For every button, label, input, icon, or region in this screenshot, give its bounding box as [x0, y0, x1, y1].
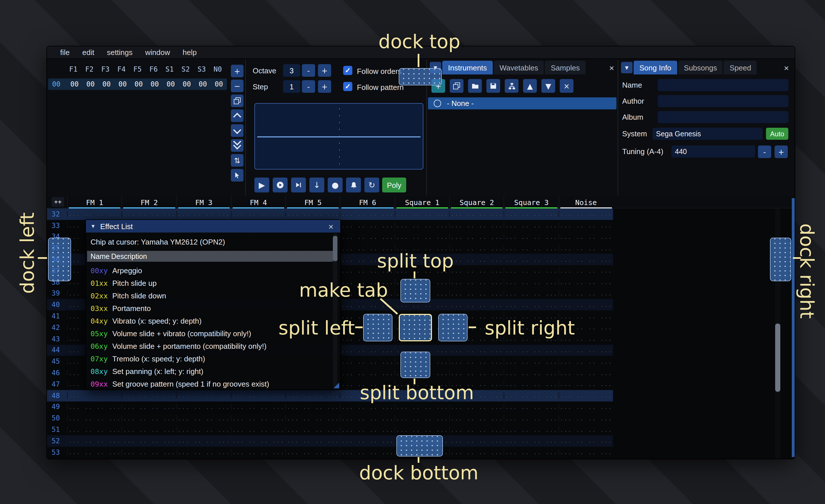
order-cell[interactable]: 00 — [195, 80, 211, 88]
pattern-cell[interactable]: ... .. .. ... — [558, 245, 613, 251]
poly-button[interactable]: Poly — [382, 178, 406, 192]
menu-item-file[interactable]: file — [55, 48, 75, 57]
pattern-cell[interactable]: ... .. .. ... — [504, 222, 558, 229]
split-target-bottom[interactable] — [400, 352, 430, 378]
pattern-cell[interactable]: ... .. .. ... — [558, 268, 613, 274]
pattern-cell[interactable]: ... .. .. ... — [449, 358, 504, 365]
step-increase-button[interactable]: + — [318, 80, 331, 93]
effect-row[interactable]: 01xxPitch slide up — [87, 277, 333, 289]
pattern-cell[interactable]: ... .. .. ... — [395, 302, 449, 308]
dock-target-right[interactable] — [770, 238, 791, 281]
pattern-cell[interactable]: ... .. .. ... — [122, 392, 176, 399]
pattern-cell[interactable]: ... .. .. ... — [340, 404, 395, 410]
pattern-cell[interactable]: ... .. .. ... — [285, 415, 340, 421]
pattern-cell[interactable]: ... .. .. ... — [67, 426, 122, 433]
pattern-cell[interactable]: ... .. .. ... — [340, 370, 395, 376]
pattern-cell[interactable]: ... .. .. ... — [176, 449, 231, 455]
pattern-cell[interactable]: ... .. .. ... — [122, 449, 176, 455]
pattern-cell[interactable]: ... .. .. ... — [449, 415, 504, 421]
pattern-cell[interactable]: ... .. .. ... — [176, 211, 231, 217]
split-target-top[interactable] — [400, 279, 430, 303]
pattern-cell[interactable]: ... .. .. ... — [558, 222, 613, 229]
pattern-cell[interactable]: ... .. .. ... — [340, 415, 395, 421]
system-field[interactable] — [653, 128, 762, 140]
pattern-cell[interactable]: ... .. .. ... — [449, 234, 504, 240]
octave-value[interactable]: 3 — [283, 64, 300, 77]
pattern-cell[interactable]: ... .. .. ... — [558, 404, 613, 410]
follow-pattern-checkbox[interactable] — [343, 82, 352, 91]
effect-row[interactable]: 00xyArpeggio — [87, 264, 333, 277]
pattern-cell[interactable]: ... .. .. ... — [558, 290, 613, 297]
pattern-cell[interactable]: ... .. .. ... — [231, 404, 286, 410]
pattern-cell[interactable]: ... .. .. ... — [558, 211, 613, 217]
channel-header-fm-3[interactable]: FM 3 — [176, 196, 231, 208]
order-cell[interactable]: 00 — [98, 80, 115, 88]
pattern-cell[interactable]: ... .. .. ... — [285, 392, 340, 399]
orders-edit-cursor-button[interactable] — [231, 169, 243, 182]
orders-move-up-button[interactable] — [231, 109, 243, 122]
channel-header-fm-1[interactable]: FM 1 — [67, 196, 122, 208]
metronome-button[interactable] — [346, 178, 361, 192]
effect-row[interactable]: 07xyTremolo (x: speed; y: depth) — [87, 352, 333, 365]
pattern-cell[interactable]: ... .. .. ... — [558, 358, 613, 365]
repeat-button[interactable]: ↻ — [364, 178, 379, 192]
pattern-cell[interactable]: ... .. .. ... — [67, 415, 122, 421]
play-pattern-button[interactable] — [273, 178, 288, 192]
collapse-icon[interactable]: ▼ — [90, 223, 96, 229]
song-info-close-button[interactable]: × — [781, 63, 791, 72]
pattern-cell[interactable]: ... .. .. ... — [504, 438, 558, 444]
instrument-organize-button[interactable] — [505, 79, 519, 93]
channel-header-fm-5[interactable]: FM 5 — [285, 196, 340, 208]
record-button[interactable]: ● — [328, 178, 343, 192]
channel-header-noise[interactable]: Noise — [558, 196, 613, 208]
pattern-cell[interactable]: ... .. .. ... — [504, 404, 558, 410]
pattern-cell[interactable]: ... .. .. ... — [558, 392, 613, 399]
pattern-cell[interactable]: ... .. .. ... — [558, 347, 613, 353]
pattern-cell[interactable]: ... .. .. ... — [558, 381, 613, 388]
dock-target-top[interactable] — [399, 68, 442, 85]
song-info-list-button[interactable]: ▼ — [621, 62, 632, 73]
channel-header-square-3[interactable]: Square 3 — [504, 196, 558, 208]
pattern-cell[interactable]: ... .. .. ... — [285, 426, 340, 433]
play-row-button[interactable] — [291, 178, 306, 192]
play-button[interactable]: ▶ — [254, 178, 269, 192]
pattern-cell[interactable]: ... .. .. ... — [449, 279, 504, 285]
menu-item-window[interactable]: window — [140, 48, 175, 57]
pattern-cell[interactable]: ... .. .. ... — [395, 426, 449, 433]
name-field[interactable] — [658, 79, 788, 91]
pattern-cell[interactable]: ... .. .. ... — [449, 211, 504, 217]
octave-increase-button[interactable]: + — [318, 64, 331, 77]
tuning-increase-button[interactable]: + — [774, 146, 788, 158]
menu-item-settings[interactable]: settings — [102, 48, 138, 57]
pattern-cell[interactable]: ... .. .. ... — [449, 449, 504, 455]
pattern-cell[interactable]: ... .. .. ... — [395, 415, 449, 421]
order-cell[interactable]: 00 — [211, 80, 227, 88]
effect-list-title-bar[interactable]: ▼ Effect List × — [86, 220, 340, 233]
pattern-cell[interactable]: ... .. .. ... — [449, 347, 504, 353]
pattern-cell[interactable]: ... .. .. ... — [504, 449, 558, 455]
instruments-close-button[interactable]: × — [607, 63, 616, 72]
order-cell[interactable]: 00 — [147, 80, 163, 88]
pattern-cell[interactable]: ... .. .. ... — [504, 347, 558, 353]
step-down-button[interactable]: ↓ — [309, 178, 324, 192]
song-info-tab-song-info[interactable]: Song Info — [633, 61, 677, 74]
pattern-cell[interactable]: ... .. .. ... — [340, 438, 395, 444]
orders-row[interactable]: 0000000000000000000000 — [48, 78, 227, 90]
pattern-cell[interactable]: ... .. .. ... — [449, 290, 504, 297]
pattern-scrollbar-thumb[interactable] — [775, 324, 780, 392]
split-target-right[interactable] — [438, 314, 467, 341]
effect-row[interactable]: 08xySet panning (x: left; y: right) — [87, 365, 333, 377]
pattern-cell[interactable]: ... .. .. ... — [558, 370, 613, 376]
pattern-cell[interactable]: ... .. .. ... — [285, 438, 340, 444]
instrument-duplicate-button[interactable] — [450, 79, 463, 93]
pattern-cell[interactable]: ... .. .. ... — [231, 415, 286, 421]
instruments-tab-samples[interactable]: Samples — [545, 61, 586, 74]
dock-target-left[interactable] — [48, 238, 71, 281]
follow-orders-checkbox[interactable] — [343, 66, 352, 75]
pattern-cell[interactable]: ... .. .. ... — [395, 404, 449, 410]
orders-exchange-button[interactable]: ⇅ — [231, 154, 243, 167]
pattern-cell[interactable]: ... .. .. ... — [340, 347, 395, 353]
pattern-cell[interactable]: ... .. .. ... — [504, 245, 558, 251]
pattern-cell[interactable]: ... .. .. ... — [558, 415, 613, 421]
pattern-cell[interactable]: ... .. .. ... — [504, 290, 558, 297]
